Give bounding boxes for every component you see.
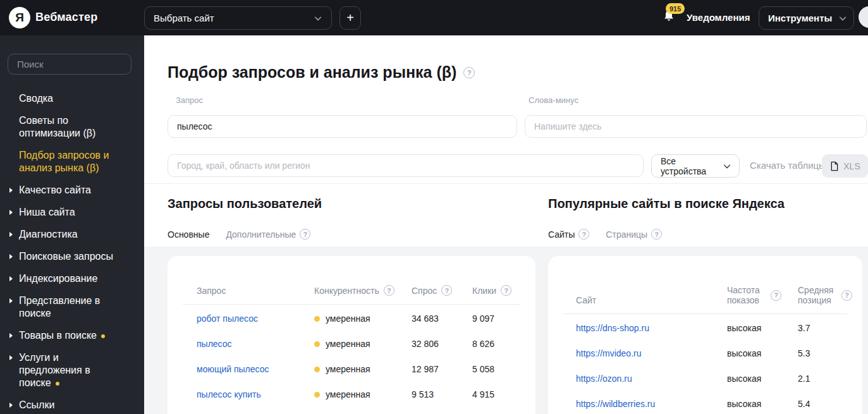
device-select-dropdown[interactable]: Все устройства	[651, 154, 740, 178]
col-site-header: Сайт	[576, 295, 596, 305]
device-select-value: Все устройства	[661, 156, 716, 176]
demand-value: 34 683	[412, 314, 472, 324]
sidebar-item-label: Услуги и предложения в поиске	[19, 352, 90, 388]
xls-label: XLS	[843, 161, 860, 171]
queries-table-card: Запрос Конкурентность? Спрос? Клики? роб…	[168, 256, 535, 414]
queries-table-rows: робот пылесос умеренная 34 683 9 097 пыл…	[168, 305, 535, 407]
user-queries-heading: Запросы пользователей	[168, 197, 535, 211]
notifications-count-badge: 915	[666, 3, 685, 14]
download-xls-button[interactable]: XLS	[822, 154, 868, 178]
competition-value: умеренная	[326, 339, 370, 349]
query-input[interactable]	[168, 115, 517, 138]
sidebar-item-label: Сводка	[19, 93, 53, 104]
sidebar-item-label: Подбор запросов и анализ рынка (β)	[19, 150, 109, 173]
help-icon[interactable]: ?	[441, 285, 452, 296]
help-icon[interactable]: ?	[651, 229, 662, 240]
site-link[interactable]: https://mvideo.ru	[576, 348, 727, 358]
top-bar: Я Вебмастер Выбрать сайт + 915 Уведомлен…	[0, 0, 868, 35]
sidebar-item-label: Поисковые запросы	[19, 251, 113, 262]
user-queries-section: Запросы пользователей Основные Дополните…	[168, 197, 535, 250]
sidebar-item-kachestvo[interactable]: Качество сайта	[0, 184, 144, 197]
competition-value: умеренная	[326, 389, 370, 399]
sidebar: Сводка Советы по оптимизации (β) Подбор …	[0, 35, 144, 414]
clicks-value: 9 097	[472, 314, 523, 324]
sidebar-item-label: Советы по оптимизации (β)	[19, 115, 95, 138]
competition-dot-icon	[314, 316, 320, 322]
user-avatar[interactable]	[859, 6, 868, 28]
col-query-header: Запрос	[197, 286, 226, 296]
site-link[interactable]: https://ozon.ru	[576, 374, 727, 384]
help-icon[interactable]: ?	[771, 290, 781, 301]
tab-label: Сайты	[548, 229, 575, 240]
sites-table-rows: https://dns-shop.ru высокая 3.7 https://…	[548, 314, 862, 414]
demand-value: 9 513	[412, 389, 472, 399]
sidebar-item-predstavlenie[interactable]: Представление в поиске	[0, 295, 120, 320]
sidebar-item-label: Качество сайта	[19, 185, 91, 195]
sidebar-item-sovety[interactable]: Советы по оптимизации (β)	[0, 114, 130, 140]
sidebar-item-poiskovye-zaprosy[interactable]: Поисковые запросы	[0, 250, 144, 263]
tab-label: Страницы	[606, 229, 647, 240]
col-demand-header: Спрос	[412, 286, 437, 296]
competition-value: умеренная	[326, 364, 370, 374]
sidebar-item-nisha[interactable]: Ниша сайта	[0, 206, 144, 219]
tab-label: Основные	[168, 229, 209, 240]
clicks-value: 4 915	[472, 389, 523, 399]
expander-icon	[9, 355, 13, 360]
document-icon	[829, 161, 840, 171]
main-content: Подбор запросов и анализ рынка (β) ? Зап…	[144, 35, 868, 414]
position-value: 5.3	[798, 348, 852, 358]
sidebar-item-svodka[interactable]: Сводка	[0, 92, 144, 105]
sidebar-item-ssylki[interactable]: Ссылки	[0, 399, 144, 411]
sidebar-nav: Сводка Советы по оптимизации (β) Подбор …	[0, 92, 144, 414]
sidebar-item-label: Ссылки	[19, 399, 54, 410]
help-icon[interactable]: ?	[578, 229, 589, 240]
competition-dot-icon	[314, 367, 320, 372]
help-icon[interactable]: ?	[300, 229, 310, 240]
sidebar-item-label: Диагностика	[19, 229, 78, 240]
sidebar-search[interactable]	[8, 54, 131, 75]
yandex-logo-icon[interactable]: Я	[9, 7, 30, 28]
col-frequency-header: Частота показов	[727, 285, 766, 305]
sidebar-item-label: Индексирование	[19, 273, 97, 284]
clicks-value: 5 058	[472, 364, 523, 374]
col-clicks-header: Клики	[472, 286, 496, 296]
minus-words-input[interactable]	[525, 115, 867, 138]
query-link[interactable]: моющий пылесос	[197, 364, 314, 374]
query-link[interactable]: пылесос	[197, 339, 314, 349]
sidebar-item-indeksirovanie[interactable]: Индексирование	[0, 272, 144, 285]
expander-icon	[9, 254, 13, 259]
region-input[interactable]	[168, 154, 644, 177]
query-link[interactable]: пылесос купить	[197, 389, 314, 399]
sidebar-search-input[interactable]	[17, 59, 143, 70]
sidebar-item-label: Товары в поиске	[19, 330, 97, 341]
position-value: 3.7	[798, 323, 852, 333]
site-link[interactable]: https://wildberries.ru	[576, 399, 727, 409]
table-row: https://mvideo.ru высокая 5.3	[548, 341, 862, 366]
expander-icon	[9, 403, 13, 408]
brand-title: Вебмастер	[35, 11, 97, 24]
clicks-value: 8 626	[472, 339, 523, 349]
help-icon[interactable]: ?	[384, 285, 394, 296]
sidebar-item-diagnostika[interactable]: Диагностика	[0, 228, 144, 241]
popular-sites-heading: Популярные сайты в поиске Яндекса	[548, 197, 868, 211]
add-site-button[interactable]: +	[339, 6, 361, 30]
frequency-value: высокая	[727, 399, 798, 409]
demand-value: 12 987	[412, 364, 472, 374]
site-link[interactable]: https://dns-shop.ru	[576, 323, 727, 333]
help-icon[interactable]: ?	[841, 290, 852, 301]
help-icon[interactable]: ?	[501, 285, 511, 296]
sidebar-item-tovary[interactable]: Товары в поиске	[0, 329, 144, 342]
new-indicator-dot	[56, 382, 59, 386]
query-link[interactable]: робот пылесос	[197, 314, 314, 324]
chevron-down-icon	[838, 14, 847, 23]
competition-dot-icon	[314, 392, 320, 398]
notifications-label[interactable]: Уведомления	[687, 12, 750, 23]
tools-dropdown[interactable]: Инструменты	[759, 6, 854, 30]
sidebar-item-podbor-zaprosov[interactable]: Подбор запросов и анализ рынка (β)	[0, 149, 133, 174]
expander-icon	[9, 276, 13, 281]
site-select-dropdown[interactable]: Выбрать сайт	[144, 6, 332, 30]
col-position-header: Средняя позиция	[798, 285, 837, 305]
tab-label: Дополнительные	[226, 229, 296, 240]
sidebar-item-uslugi[interactable]: Услуги и предложения в поиске	[0, 351, 117, 389]
help-icon[interactable]: ?	[463, 67, 475, 78]
